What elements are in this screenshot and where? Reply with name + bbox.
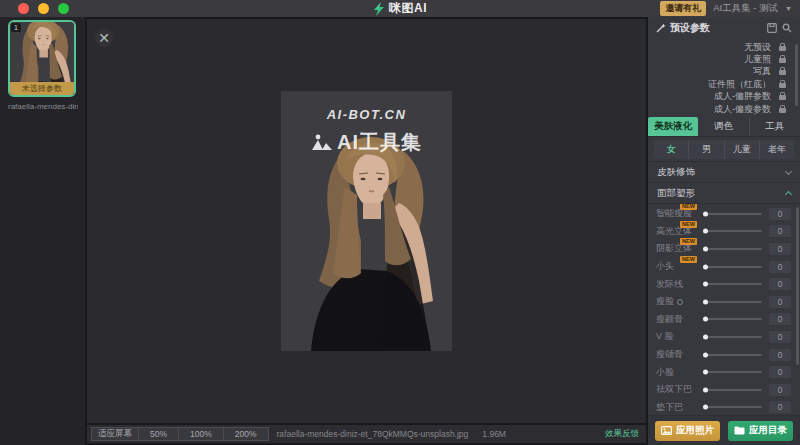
preset-item[interactable]: 无预设 — [648, 41, 800, 53]
feedback-link[interactable]: 效果反馈 — [605, 428, 641, 440]
slider-label: 瘦颌骨 — [656, 348, 702, 361]
app-title: 咪图AI — [389, 0, 427, 17]
preset-item[interactable]: 成人-偏瘦参数 — [648, 103, 800, 115]
panel-tab[interactable]: 工具 — [749, 117, 800, 136]
slider-label: 垫下巴 — [656, 401, 702, 414]
preset-item[interactable]: 儿童照 — [648, 53, 800, 65]
slider-track[interactable] — [704, 230, 762, 232]
slider-value: 0 — [769, 401, 791, 413]
preset-save-icon[interactable] — [766, 23, 777, 34]
image-thumbnail-selected[interactable]: 1 未选择参数 — [8, 20, 76, 97]
titlebar: 咪图AI 邀请有礼 AI工具集 - 测试 ▼ — [0, 0, 800, 17]
slider-handle[interactable] — [703, 334, 708, 339]
slider-value: 0 — [769, 243, 791, 255]
slider-handle[interactable] — [703, 352, 708, 357]
slider-label-text: 瘦脸 — [656, 295, 674, 308]
slider-label-text: 瘦颌骨 — [656, 348, 683, 361]
preview-photo: AI-BOT.CN AI工具集 — [281, 91, 452, 351]
slider-value: 0 — [769, 331, 791, 343]
slider-handle[interactable] — [703, 299, 708, 304]
gender-tab[interactable]: 女 — [654, 140, 688, 159]
slider-label: 小脸 — [656, 366, 702, 379]
slider-label: 祛双下巴 — [656, 383, 702, 396]
gender-tab[interactable]: 男 — [688, 140, 723, 159]
preset-item[interactable]: 证件照（红底） — [648, 78, 800, 90]
zoom-level-button[interactable]: 100% — [178, 427, 224, 441]
account-label[interactable]: AI工具集 - 测试 — [713, 2, 778, 15]
invite-reward-badge[interactable]: 邀请有礼 — [660, 1, 706, 16]
preset-scrollbar[interactable] — [795, 44, 798, 106]
apply-photo-label: 应用照片 — [676, 424, 714, 437]
slider-handle[interactable] — [703, 211, 708, 216]
slider-track[interactable] — [704, 283, 762, 285]
slider-row: 祛双下巴 0 — [648, 381, 800, 399]
slider-handle[interactable] — [703, 317, 708, 322]
slider-scrollbar[interactable] — [796, 207, 799, 365]
gender-tab[interactable]: 儿童 — [724, 140, 759, 159]
lock-icon — [779, 95, 786, 100]
slider-track[interactable] — [704, 301, 762, 303]
zoom-group: 适应屏幕 50% 100% 200% — [92, 427, 269, 441]
titlebar-right: 邀请有礼 AI工具集 - 测试 ▼ — [660, 1, 800, 16]
preset-item-label: 成人-偏瘦参数 — [714, 103, 771, 116]
apply-directory-button[interactable]: 应用目录 — [728, 421, 793, 441]
slider-track[interactable] — [704, 248, 762, 250]
slider-track[interactable] — [704, 266, 762, 268]
image-canvas[interactable]: ✕ AI-BOT.CN AI工具集 — [87, 19, 646, 423]
slider-row: 瘦颌骨 0 — [648, 346, 800, 364]
zoom-window-button[interactable] — [58, 3, 69, 14]
zoom-level-button[interactable]: 50% — [138, 427, 179, 441]
close-window-button[interactable] — [18, 3, 29, 14]
fit-screen-button[interactable]: 适应屏幕 — [91, 427, 139, 441]
slider-handle[interactable] — [703, 264, 708, 269]
slider-row: 瘦颧骨 0 — [648, 311, 800, 329]
section-skin-retouch[interactable]: 皮肤修饰 — [648, 161, 800, 182]
apply-photo-button[interactable]: 应用照片 — [655, 421, 720, 441]
slider-track[interactable] — [704, 336, 762, 338]
slider-handle[interactable] — [703, 370, 708, 375]
new-badge: NEW — [680, 238, 697, 245]
zoom-level-button[interactable]: 200% — [223, 427, 269, 441]
slider-track[interactable] — [704, 213, 762, 215]
chevron-down-icon — [785, 167, 792, 174]
slider-handle[interactable] — [703, 282, 708, 287]
slider-track[interactable] — [704, 371, 762, 373]
info-circle-icon[interactable] — [677, 299, 683, 305]
preset-item-label: 写真 — [753, 65, 771, 78]
section-face-shaping[interactable]: 面部塑形 — [648, 182, 800, 203]
slider-handle[interactable] — [703, 229, 708, 234]
new-badge: NEW — [680, 221, 697, 228]
slider-row: NEW 高光立体 0 — [648, 223, 800, 241]
preset-item[interactable]: 成人-偏胖参数 — [648, 91, 800, 103]
slider-list: NEW 智能瘦脸 0 NEW 高光立体 0 NEW 阴影立体 0 NE — [648, 205, 800, 415]
slider-handle[interactable] — [703, 246, 708, 251]
slider-label-text: V 脸 — [656, 330, 674, 343]
slider-row: 瘦脸 0 — [648, 293, 800, 311]
panel-tab[interactable]: 调色 — [698, 117, 748, 136]
slider-row: NEW 智能瘦脸 0 — [648, 205, 800, 223]
window-controls — [18, 3, 69, 14]
preset-item[interactable]: 写真 — [648, 66, 800, 78]
slider-label-text: 垫下巴 — [656, 401, 683, 414]
chevron-down-icon[interactable]: ▼ — [785, 5, 792, 12]
gender-tab[interactable]: 老年 — [759, 140, 794, 159]
slider-value: 0 — [769, 296, 791, 308]
close-image-icon[interactable]: ✕ — [95, 29, 113, 47]
minimize-window-button[interactable] — [38, 3, 49, 14]
settings-panel: 预设参数 无预设 儿童照 写真 证件照（红底） 成人-偏胖参数 — [648, 17, 800, 445]
image-icon — [661, 426, 672, 435]
slider-track[interactable] — [704, 406, 762, 408]
slider-handle[interactable] — [703, 387, 708, 392]
thumbnail-status-bar: 未选择参数 — [10, 82, 74, 95]
search-icon[interactable] — [781, 23, 792, 34]
slider-track[interactable] — [704, 354, 762, 356]
slider-row: NEW 小头 0 — [648, 258, 800, 276]
slider-value: 0 — [769, 208, 791, 220]
preset-wand-icon — [656, 23, 666, 33]
chevron-up-icon — [785, 191, 792, 198]
lock-icon — [779, 58, 786, 63]
slider-handle[interactable] — [703, 405, 708, 410]
slider-track[interactable] — [704, 389, 762, 391]
slider-track[interactable] — [704, 318, 762, 320]
panel-tab[interactable]: 美肤液化 — [648, 117, 698, 136]
